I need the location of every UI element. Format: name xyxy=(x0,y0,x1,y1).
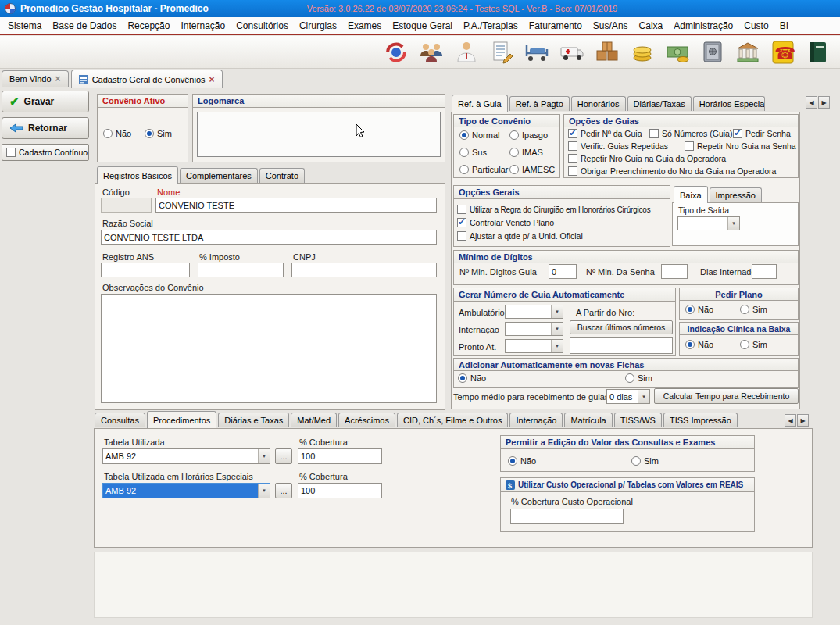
logomarca-image-area[interactable] xyxy=(197,112,441,157)
codigo-input[interactable] xyxy=(101,198,152,212)
checkbox-verific-guias-repetidas[interactable]: Verific. Guias Repetidas xyxy=(568,141,668,152)
chevron-down-icon[interactable] xyxy=(551,305,563,318)
doctor-icon[interactable] xyxy=(452,38,481,66)
sync-icon[interactable] xyxy=(382,38,410,66)
nome-input[interactable] xyxy=(155,198,437,212)
permitir-radio-nao[interactable]: Não xyxy=(508,455,536,466)
menu-item-cirurgias[interactable]: Cirurgias xyxy=(294,18,342,34)
menu-item-administracao[interactable]: Administração xyxy=(668,18,738,34)
min-digitos-guia-input[interactable] xyxy=(549,264,577,279)
convenio-ativo-radio-sim[interactable]: Sim xyxy=(145,128,172,139)
indicacao-radio-nao[interactable]: Não xyxy=(685,339,713,350)
radio-sus[interactable]: Sus xyxy=(459,147,487,158)
observacoes-textarea[interactable] xyxy=(101,294,437,403)
tempo-medio-select[interactable]: 0 dias xyxy=(606,389,650,404)
radio-ipasgo[interactable]: Ipasgo xyxy=(509,130,548,141)
tab-honorarios[interactable]: Honorários xyxy=(571,96,626,111)
tab-diarias-e-taxas[interactable]: Diárias e Taxas xyxy=(218,412,289,427)
medical-records-icon[interactable] xyxy=(488,38,516,66)
book-icon[interactable] xyxy=(804,38,832,66)
tabela-especiais-select[interactable]: AMB 92 xyxy=(102,483,270,498)
menu-item-recepcao[interactable]: Recepção xyxy=(122,18,175,34)
tab-complementares[interactable]: Complementares xyxy=(180,168,258,183)
tab-internacao-bottom[interactable]: Internação xyxy=(509,412,563,427)
checkbox-so-numeros-guia[interactable]: Só Números (Guia) xyxy=(649,128,732,139)
close-icon[interactable]: × xyxy=(55,75,61,83)
menu-item-pa-terapias[interactable]: P.A./Terapias xyxy=(458,18,524,34)
chevron-down-icon[interactable] xyxy=(551,323,563,335)
return-button[interactable]: Retornar xyxy=(2,117,89,139)
tabela-browse-button[interactable]: ... xyxy=(275,448,292,464)
stock-icon[interactable] xyxy=(593,38,621,66)
close-icon[interactable]: × xyxy=(209,76,215,84)
checkbox-regra-cirurgiao[interactable]: Utilizar a Regra do Cirurgião em Honorár… xyxy=(457,204,651,215)
tab-ref-a-pagto[interactable]: Ref. à Pagto xyxy=(509,96,570,111)
save-button[interactable]: ✔ Gravar xyxy=(2,91,89,112)
razao-social-input[interactable] xyxy=(101,230,437,245)
bottom-tab-scroll-right-button[interactable]: ▶ xyxy=(797,414,809,427)
tab-procedimentos[interactable]: Procedimentos xyxy=(147,411,216,428)
reception-icon[interactable] xyxy=(417,38,445,66)
checkbox-obrigar-preenchimento-nro[interactable]: Obrigar Preenchimento do Nro da Guia na … xyxy=(568,166,776,177)
adicionar-radio-nao[interactable]: Não xyxy=(458,373,486,384)
ambulatorio-select[interactable] xyxy=(505,305,563,319)
cobertura2-input[interactable] xyxy=(298,483,382,498)
chevron-down-icon[interactable] xyxy=(258,484,270,498)
pedir-plano-radio-sim[interactable]: Sim xyxy=(740,304,767,315)
tab-horarios-especiais[interactable]: Horários Especiais xyxy=(693,96,765,111)
tab-scroll-right-button[interactable]: ▶ xyxy=(818,96,830,109)
tab-cadastro-geral-convenios[interactable]: Cadastro Geral de Convênios × xyxy=(71,70,223,88)
tab-consultas[interactable]: Consultas xyxy=(95,412,145,427)
tab-cid-chs-filme-outros[interactable]: CID, Ch´s, Filme e Outros xyxy=(397,412,509,427)
menu-item-sus-ans[interactable]: Sus/Ans xyxy=(588,18,634,34)
chevron-down-icon[interactable] xyxy=(727,217,739,230)
cobertura-input[interactable] xyxy=(298,448,382,464)
indicacao-radio-sim[interactable]: Sim xyxy=(740,339,767,350)
tab-mat-med[interactable]: Mat/Med xyxy=(291,412,337,427)
chevron-down-icon[interactable] xyxy=(551,340,563,352)
ambulance-icon[interactable] xyxy=(558,38,586,66)
tab-impressao[interactable]: Impressão xyxy=(710,188,762,202)
radio-particular[interactable]: Particular xyxy=(459,164,508,175)
tab-contrato[interactable]: Contrato xyxy=(259,168,305,183)
adicionar-radio-sim[interactable]: Sim xyxy=(625,373,652,384)
internacao-select[interactable] xyxy=(505,322,563,336)
menu-item-consultorios[interactable]: Consultórios xyxy=(231,18,294,34)
a-partir-do-nro-input[interactable] xyxy=(570,337,673,354)
menu-item-base-de-dados[interactable]: Base de Dados xyxy=(47,18,122,34)
hospital-bed-icon[interactable] xyxy=(523,38,551,66)
tab-acrescimos[interactable]: Acréscimos xyxy=(338,412,395,427)
convenio-ativo-radio-nao[interactable]: Não xyxy=(103,128,131,139)
phone-icon[interactable]: ☎ xyxy=(769,38,797,66)
pronto-at-select[interactable] xyxy=(505,339,563,353)
tabela-utilizada-select[interactable]: AMB 92 xyxy=(102,448,270,464)
bottom-tab-scroll-left-button[interactable]: ◀ xyxy=(785,414,796,427)
tab-matricula[interactable]: Matrícula xyxy=(564,412,612,427)
tab-tiss-impressao[interactable]: TISS Impressão xyxy=(663,412,738,427)
tabela-especiais-browse-button[interactable]: ... xyxy=(275,483,292,498)
checkbox-pedir-numero-guia[interactable]: Pedir Nº da Guia xyxy=(568,128,642,139)
checkbox-repetir-nro-guia-operadora[interactable]: Repetir Nro Guia na Guia da Operadora xyxy=(568,153,726,164)
tab-baixa[interactable]: Baixa xyxy=(674,186,708,203)
cnpj-input[interactable] xyxy=(291,262,437,277)
menu-item-sistema[interactable]: Sistema xyxy=(2,18,47,34)
cobertura-custo-input[interactable] xyxy=(510,509,624,524)
registro-ans-input[interactable] xyxy=(101,262,190,277)
tab-scroll-left-button[interactable]: ◀ xyxy=(806,96,817,109)
radio-normal[interactable]: Normal xyxy=(459,130,499,141)
billing-icon[interactable] xyxy=(628,38,656,66)
checkbox-controlar-vencto-plano[interactable]: Controlar Vencto Plano xyxy=(457,217,554,228)
menu-item-faturamento[interactable]: Faturamento xyxy=(524,18,588,34)
radio-imas[interactable]: IMAS xyxy=(509,147,543,158)
radio-iamesc[interactable]: IAMESC xyxy=(509,164,555,175)
tipo-saida-select[interactable] xyxy=(677,216,740,230)
menu-item-custo[interactable]: Custo xyxy=(738,18,774,34)
safe-icon[interactable] xyxy=(699,38,727,66)
dias-internado-input[interactable] xyxy=(752,264,777,279)
checkbox-ajustar-qtde[interactable]: Ajustar a qtde p/ a Unid. Oficial xyxy=(457,230,583,241)
calcular-tempo-button[interactable]: Calcular Tempo para Recebimento xyxy=(654,388,799,404)
cash-icon[interactable] xyxy=(663,38,692,66)
checkbox-pedir-senha[interactable]: Pedir Senha xyxy=(733,128,791,139)
permitir-radio-sim[interactable]: Sim xyxy=(631,455,659,466)
chevron-down-icon[interactable] xyxy=(638,390,649,403)
